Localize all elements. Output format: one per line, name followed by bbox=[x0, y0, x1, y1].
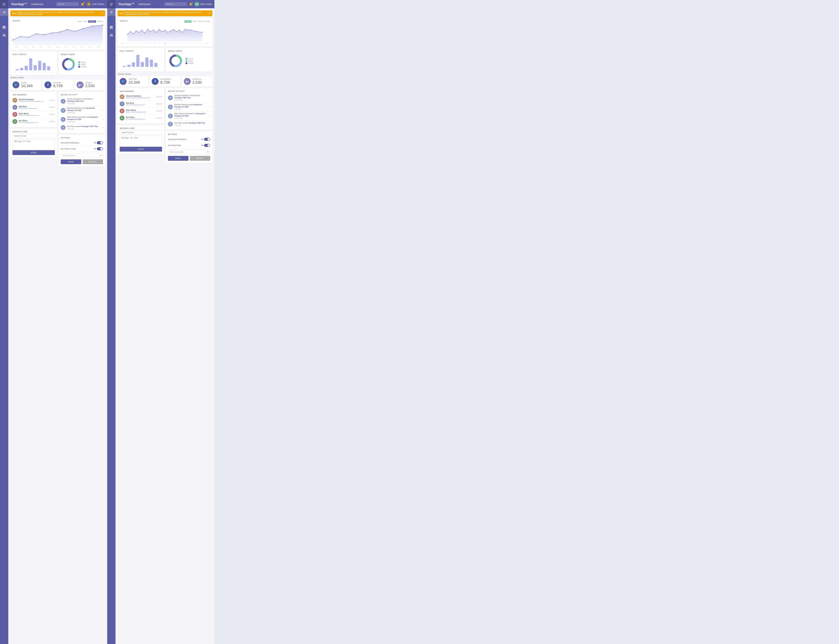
recent-activity-title: RECENT ACTIVITY bbox=[168, 90, 210, 92]
cancel-button[interactable]: CANCEL bbox=[83, 159, 103, 164]
message-user-title: MESSAGE USER bbox=[120, 127, 162, 129]
toggle-track[interactable] bbox=[204, 144, 210, 147]
sidebar-icon-0[interactable]: ⊞ bbox=[107, 8, 115, 16]
chevron-right-icon[interactable]: › bbox=[210, 123, 210, 125]
sidebar-icon-3[interactable]: 🗓️ bbox=[107, 31, 115, 39]
chevron-right-icon[interactable]: › bbox=[102, 109, 103, 112]
send-button[interactable]: SEND bbox=[120, 147, 162, 151]
message-user-search[interactable] bbox=[120, 130, 162, 135]
toggle[interactable]: ON bbox=[94, 147, 103, 150]
chevron-right-icon[interactable]: › bbox=[210, 115, 210, 117]
filter-daily[interactable]: Daily bbox=[192, 20, 196, 23]
setting-label: Set Profile to Public bbox=[61, 148, 94, 150]
toggle[interactable]: ON bbox=[201, 138, 211, 141]
alert-bar: Alert Nullam quis risus eget urna mollis… bbox=[118, 10, 212, 16]
toggle[interactable]: ON bbox=[94, 141, 103, 144]
chevron-right-icon[interactable]: › bbox=[102, 100, 103, 102]
setting-label: Send Email Notifications bbox=[61, 142, 94, 144]
gplus-icon: g+ bbox=[77, 81, 84, 88]
cancel-button[interactable]: RESET bbox=[190, 156, 211, 161]
user-menu[interactable]: JSJosh Sullivan bbox=[86, 2, 104, 7]
member-name: Victoria Chambers bbox=[19, 99, 48, 100]
filter-hourly[interactable]: Hourly bbox=[184, 20, 192, 23]
svg-point-31 bbox=[153, 30, 154, 31]
daily-traffic-title: DAILY TRAFFIC bbox=[120, 50, 162, 52]
social-info: FACEBOOK8,739 bbox=[160, 78, 171, 85]
filter-monthly[interactable]: Monthly bbox=[204, 20, 210, 23]
sidebar: YourApp⊞👤📊🗓️ bbox=[107, 0, 115, 644]
svg-point-27 bbox=[141, 30, 142, 31]
message-user-textarea[interactable] bbox=[120, 136, 162, 146]
timezone-select[interactable]: Select Timezone bbox=[61, 153, 103, 158]
alert-close[interactable]: ✕ bbox=[101, 12, 104, 15]
table-row: DDawn Wooddawn.wood16@example.com10/15/1… bbox=[12, 111, 55, 118]
svg-point-4 bbox=[36, 33, 37, 34]
recent-activity-title: RECENT ACTIVITY bbox=[61, 94, 103, 96]
settings-title: SETTINGS bbox=[168, 133, 210, 135]
sidebar-logo[interactable]: YourApp bbox=[0, 0, 8, 8]
svg-point-42 bbox=[185, 29, 186, 30]
traffic-x-labels: 1am23456789101112pm1234567891011pm bbox=[120, 43, 210, 44]
filter-weekly[interactable]: Weekly bbox=[197, 20, 203, 23]
table-row: DDan Oliverdan.oliver82@example.com10/15… bbox=[12, 118, 55, 125]
timezone-select[interactable]: Select your option bbox=[168, 150, 210, 154]
search-input[interactable] bbox=[56, 2, 79, 6]
message-user-search[interactable] bbox=[12, 134, 55, 138]
mobile-users-card: MOBILE USERSPhonesTabletsDesktop bbox=[59, 51, 105, 75]
sidebar-logo[interactable]: YourApp bbox=[107, 0, 115, 8]
settings-card: SETTINGSSend Email NotificationsONSet Pr… bbox=[166, 131, 212, 163]
notification-icon[interactable]: 🔔 bbox=[81, 3, 84, 6]
legend-dot bbox=[78, 66, 80, 67]
filter-daily[interactable]: Daily bbox=[83, 20, 87, 23]
legend-item: Phones bbox=[78, 61, 86, 63]
chevron-right-icon[interactable]: › bbox=[102, 118, 103, 121]
social-title: SOCIAL STATS bbox=[118, 73, 212, 75]
send-button[interactable]: SEND bbox=[12, 150, 55, 155]
table-row: DDale Byrddale.byrd52@example.com10/10/1… bbox=[120, 100, 162, 107]
sidebar-icon-1[interactable]: 👤 bbox=[107, 16, 115, 23]
save-button[interactable]: SAVE bbox=[168, 156, 189, 161]
alert-close[interactable]: ✕ bbox=[209, 12, 211, 15]
sidebar-icon-1[interactable]: 👤 bbox=[0, 16, 8, 23]
legend-label: Tablets bbox=[81, 64, 86, 65]
svg-point-23 bbox=[130, 31, 131, 32]
filter-weekly[interactable]: Weekly bbox=[88, 20, 96, 23]
list-item: DDale Byrd liked the post Facebook's Cha… bbox=[61, 106, 103, 115]
filter-monthly[interactable]: Monthly bbox=[97, 20, 103, 23]
chevron-right-icon[interactable]: › bbox=[210, 106, 210, 108]
notification-icon[interactable]: 🔔 bbox=[189, 3, 192, 6]
save-button[interactable]: SAVE bbox=[61, 159, 81, 164]
avatar: D bbox=[120, 102, 125, 106]
message-user-textarea[interactable] bbox=[12, 139, 55, 150]
search-input[interactable] bbox=[165, 2, 187, 6]
chevron-right-icon[interactable]: › bbox=[210, 97, 210, 99]
social-info: Facebook8,739 bbox=[53, 82, 63, 88]
alert-bar: Alert Nullam quis risus eget urna mollis… bbox=[10, 10, 105, 16]
activity-time: 1 day ago bbox=[174, 108, 181, 110]
legend-dot bbox=[186, 62, 187, 64]
avatar: D bbox=[61, 125, 66, 130]
sidebar-icon-2[interactable]: 📊 bbox=[0, 23, 8, 31]
member-email: dan.oliver82@example.com bbox=[126, 118, 155, 120]
toggle-track[interactable] bbox=[97, 141, 103, 144]
activity-text: Victoria Chambers commented on YourApp's… bbox=[67, 98, 101, 105]
member-name: Dawn Wood bbox=[126, 109, 155, 111]
daily-traffic-chart bbox=[12, 56, 55, 71]
page-title: Dashboard bbox=[138, 3, 150, 5]
sidebar-icon-0[interactable]: ⊞ bbox=[0, 8, 8, 16]
gplus-icon: g+ bbox=[184, 78, 191, 85]
table-row: DDale Byrddale.byrd52@example.com10/15/1… bbox=[12, 104, 55, 111]
page-title: Dashboard bbox=[31, 3, 43, 5]
toggle-track[interactable] bbox=[204, 138, 210, 141]
sidebar-icon-3[interactable]: 🗓️ bbox=[0, 31, 8, 39]
daily-traffic-x-labels: SMTWTFS bbox=[120, 68, 162, 69]
sidebar-icon-2[interactable]: 📊 bbox=[107, 23, 115, 31]
recent-activity-card: RECENT ACTIVITYVVictoria Chambers commen… bbox=[59, 92, 105, 133]
filter-hourly[interactable]: Hourly bbox=[77, 20, 82, 23]
toggle-track[interactable] bbox=[97, 147, 103, 150]
toggle[interactable]: ON bbox=[201, 144, 211, 147]
toggle-on-label: ON bbox=[201, 145, 204, 146]
chevron-right-icon[interactable]: › bbox=[102, 127, 103, 129]
user-menu[interactable]: MCMea Coding bbox=[194, 2, 212, 7]
avatar: V bbox=[61, 99, 66, 104]
